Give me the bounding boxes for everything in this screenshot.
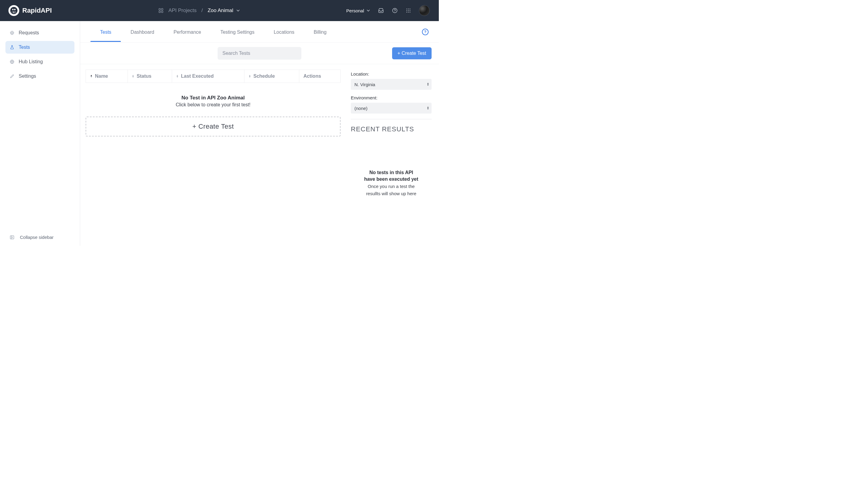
tests-table-area: ▲▼Name ▲▼Status ▲▼Last Executed ▲▼Schedu… — [80, 64, 346, 246]
svg-point-15 — [407, 12, 407, 12]
inbox-icon — [378, 7, 384, 14]
header-right: Personal — [346, 5, 430, 16]
svg-rect-3 — [159, 8, 160, 10]
apps-grid-icon — [406, 8, 411, 13]
svg-point-12 — [407, 10, 407, 11]
collapse-sidebar-button[interactable]: Collapse sidebar — [0, 229, 80, 246]
workspace-label: Personal — [346, 8, 364, 13]
tab-billing[interactable]: Billing — [304, 22, 336, 42]
tab-label: Locations — [274, 30, 294, 35]
user-avatar[interactable] — [419, 5, 430, 16]
brand-logo[interactable]: RapidAPI — [8, 5, 52, 16]
location-select[interactable]: N. Virginia — [351, 79, 431, 90]
results-empty-bold1: No tests in this API — [351, 169, 431, 176]
table-header-row: ▲▼Name ▲▼Status ▲▼Last Executed ▲▼Schedu… — [86, 70, 340, 83]
chevron-down-icon — [236, 9, 240, 12]
tab-label: Tests — [100, 30, 111, 35]
tab-locations[interactable]: Locations — [264, 22, 304, 42]
tab-label: Dashboard — [130, 30, 154, 35]
svg-point-17 — [410, 12, 410, 12]
svg-point-0 — [10, 7, 17, 14]
sidebar-item-tests[interactable]: Tests — [5, 41, 74, 54]
breadcrumb-project[interactable]: Zoo Animal — [208, 7, 240, 14]
sidebar-item-label: Hub Listing — [19, 59, 43, 64]
tests-table: ▲▼Name ▲▼Status ▲▼Last Executed ▲▼Schedu… — [86, 70, 340, 83]
help-circle-icon: ? — [422, 28, 429, 35]
th-label: Status — [137, 74, 152, 79]
th-label: Name — [95, 74, 108, 79]
main-content: Tests Dashboard Performance Testing Sett… — [80, 21, 439, 246]
sidebar-item-label: Tests — [19, 44, 30, 50]
chevron-down-icon — [367, 9, 370, 12]
sort-icon: ▲▼ — [248, 75, 251, 78]
workspace-selector[interactable]: Personal — [346, 8, 370, 13]
empty-state: No Test in API Zoo Animal Click below to… — [86, 95, 340, 136]
th-label: Last Executed — [181, 74, 214, 79]
svg-point-18 — [11, 31, 14, 35]
location-select-wrap: N. Virginia ▲▼ — [351, 79, 431, 90]
sidebar-item-label: Settings — [19, 74, 36, 79]
sort-icon: ▲▼ — [90, 75, 93, 78]
right-panel-divider — [351, 119, 431, 119]
svg-point-14 — [410, 10, 410, 11]
th-schedule[interactable]: ▲▼Schedule — [244, 70, 299, 83]
breadcrumb-project-label: Zoo Animal — [208, 7, 233, 14]
breadcrumb: API Projects / Zoo Animal — [52, 7, 346, 14]
environment-label: Environment: — [351, 95, 431, 100]
svg-point-13 — [408, 10, 409, 11]
svg-point-1 — [12, 9, 14, 10]
svg-point-8 — [394, 12, 395, 12]
environment-select-wrap: (none) ▲▼ — [351, 103, 431, 114]
sidebar-item-settings[interactable]: Settings — [5, 70, 74, 82]
sort-icon: ▲▼ — [176, 75, 179, 78]
recent-results-title: RECENT RESULTS — [351, 125, 431, 133]
results-empty-sub1: Once you run a test the — [351, 184, 431, 189]
th-last-executed[interactable]: ▲▼Last Executed — [172, 70, 244, 83]
sidebar: Requests Tests Hub Listing Settings — [0, 21, 80, 246]
svg-point-11 — [410, 9, 410, 10]
right-panel: Location: N. Virginia ▲▼ Environment: (n… — [346, 64, 439, 246]
sidebar-item-requests[interactable]: Requests — [5, 26, 74, 39]
svg-point-9 — [407, 9, 407, 10]
pencil-icon — [10, 74, 15, 79]
location-label: Location: — [351, 71, 431, 77]
th-status[interactable]: ▲▼Status — [128, 70, 172, 83]
search-tests-input[interactable] — [218, 47, 301, 60]
tab-label: Testing Settings — [220, 30, 254, 35]
tab-dashboard[interactable]: Dashboard — [121, 22, 164, 42]
tab-performance[interactable]: Performance — [164, 22, 211, 42]
svg-point-10 — [408, 9, 409, 10]
sidebar-item-hub-listing[interactable]: Hub Listing — [5, 55, 74, 68]
tabs-help-button[interactable]: ? — [422, 28, 429, 35]
projects-grid-icon[interactable] — [158, 8, 164, 13]
help-button[interactable] — [392, 7, 398, 14]
sidebar-item-label: Requests — [19, 30, 39, 36]
apps-button[interactable] — [406, 8, 411, 13]
tab-tests[interactable]: Tests — [90, 22, 121, 42]
content-area: ▲▼Name ▲▼Status ▲▼Last Executed ▲▼Schedu… — [80, 64, 439, 246]
brand-logo-icon — [8, 5, 19, 16]
svg-rect-4 — [161, 8, 163, 10]
inbox-button[interactable] — [378, 7, 384, 14]
results-empty-sub2: resullts will show up here — [351, 191, 431, 197]
collapse-sidebar-label: Collapse sidebar — [20, 235, 54, 240]
tabs: Tests Dashboard Performance Testing Sett… — [80, 21, 439, 43]
create-test-button[interactable]: + Create Test — [392, 47, 431, 59]
tab-testing-settings[interactable]: Testing Settings — [211, 22, 264, 42]
empty-state-subtitle: Click below to create your first test! — [86, 102, 340, 108]
tab-label: Billing — [314, 30, 327, 35]
environment-select[interactable]: (none) — [351, 103, 431, 114]
th-name[interactable]: ▲▼Name — [86, 70, 128, 83]
create-test-dashed-button[interactable]: + Create Test — [86, 117, 340, 136]
th-label: Actions — [303, 74, 321, 79]
svg-rect-5 — [159, 11, 160, 13]
toolbar: + Create Test — [80, 43, 439, 64]
flask-icon — [10, 45, 15, 50]
collapse-icon — [10, 235, 15, 240]
svg-point-19 — [12, 32, 13, 34]
th-actions: Actions — [299, 70, 340, 83]
help-icon — [392, 7, 398, 14]
target-icon — [10, 31, 15, 35]
breadcrumb-root[interactable]: API Projects — [168, 7, 197, 14]
sidebar-items: Requests Tests Hub Listing Settings — [0, 26, 80, 229]
